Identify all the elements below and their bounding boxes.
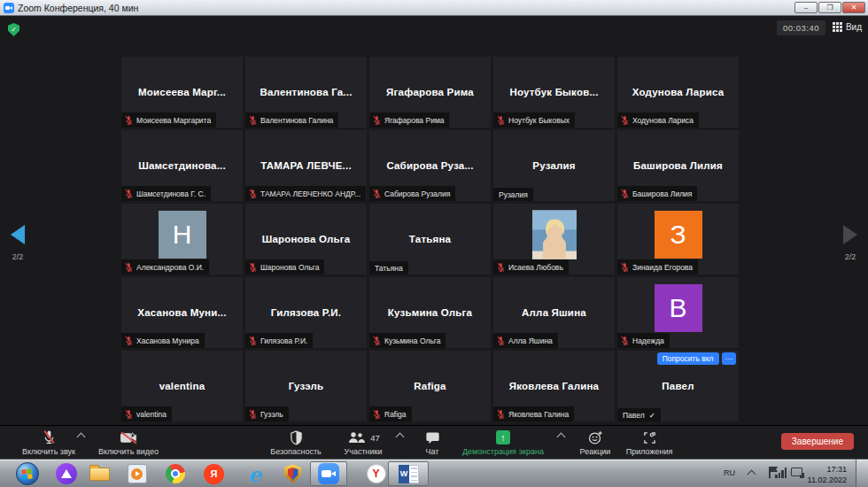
participant-tile[interactable]: Яковлева Галина Яковлева Галина [493, 351, 615, 421]
yandex-search-icon[interactable]: Y [364, 462, 388, 485]
participant-tile[interactable]: Рузалия Рузалия [493, 130, 615, 201]
participant-tile[interactable]: Ягафарова Рима Ягафарова Рима [369, 57, 491, 128]
window-titlebar[interactable]: Zoom Конференция, 40 мин – ❐ ✕ [0, 0, 868, 16]
encryption-shield-icon[interactable] [8, 23, 19, 36]
next-page-control[interactable]: 2/2 [843, 225, 857, 261]
minimize-button[interactable]: – [794, 2, 818, 13]
participant-tile[interactable]: Алла Яшина Алла Яшина [493, 277, 615, 348]
muted-mic-icon [496, 336, 506, 346]
previous-page-arrow-icon[interactable] [11, 225, 25, 244]
tray-date: 11.02.2022 [808, 475, 847, 486]
muted-mic-icon [124, 336, 134, 346]
apps-icon [643, 429, 656, 445]
participant-tile[interactable]: Гузэль Гузэль [245, 351, 367, 421]
end-meeting-button[interactable]: Завершение [781, 433, 854, 450]
participant-name-chip: Исаева Любовь [493, 259, 569, 274]
participant-tile[interactable]: Гилязова Р.И. Гилязова Р.И. [245, 277, 367, 348]
share-screen-icon: ↑ [496, 430, 510, 444]
participant-name-label: Ходунова Лариса [632, 116, 694, 125]
share-screen-button[interactable]: ↑ Демонстрация экрана [457, 429, 549, 456]
participant-name-label: Татьяна [375, 264, 403, 273]
participant-tile[interactable]: Татьяна Татьяна [369, 204, 491, 274]
participant-tile[interactable]: Моисеева Марг... Моисеева Маргарита [121, 57, 243, 128]
participant-tile[interactable]: В Надежда [617, 277, 739, 348]
participants-label: Участники [345, 447, 383, 456]
game-shield-icon[interactable] [281, 462, 305, 485]
next-page-arrow-icon[interactable] [843, 225, 857, 244]
participant-name-label: Хасанова Мунира [136, 336, 199, 345]
security-button[interactable]: Безопасность [264, 429, 328, 456]
meeting-toolbar: Включить звук Включить видео Безопасност… [0, 425, 868, 460]
tile-more-button[interactable]: ⋯ [722, 352, 737, 365]
participant-name-label: Гилязова Р.И. [260, 336, 307, 345]
participant-tile[interactable]: Rafiga Rafiga [369, 351, 491, 421]
reactions-button[interactable]: Реакции [574, 429, 616, 456]
participant-tile[interactable]: Сабирова Руза... Сабирова Рузалия [369, 130, 491, 201]
participant-tile[interactable]: Кузьмина Ольга Кузьмина Ольга [369, 277, 491, 348]
zoom-app-icon[interactable] [316, 462, 340, 485]
zoom-window-icon [4, 3, 14, 13]
participant-tile[interactable]: ТАМАРА ЛЕВЧЕ... ТАМАРА ЛЕВЧЕНКО АНДР... [245, 130, 367, 201]
internet-explorer-icon[interactable]: e [243, 462, 267, 485]
participant-tile[interactable]: Шамсетдинова... Шамсетдинова Г. С. [121, 130, 243, 201]
participant-name-chip: Надежда [617, 333, 670, 348]
participants-options-chevron-icon[interactable] [396, 433, 405, 442]
view-button[interactable]: Вид [833, 22, 862, 32]
participant-name-chip: Алла Яшина [493, 333, 558, 348]
close-button[interactable]: ✕ [842, 2, 865, 13]
participant-name-chip: Павел ✓ [617, 408, 661, 421]
participant-tile[interactable]: Хасанова Муни... Хасанова Мунира [121, 277, 243, 348]
participant-tile[interactable]: Шаронова Ольга Шаронова Ольга [245, 204, 367, 274]
participant-name-chip: valentina [121, 406, 172, 421]
ask-to-unmute-button[interactable]: Попросить вкл [657, 352, 719, 365]
file-explorer-icon[interactable] [88, 462, 112, 485]
yandex-alice-icon[interactable] [54, 462, 78, 485]
chat-button[interactable]: Чат [415, 429, 450, 456]
language-indicator[interactable]: RU [724, 468, 735, 477]
start-button[interactable] [15, 462, 39, 485]
muted-mic-icon [620, 336, 630, 346]
show-desktop-button[interactable] [856, 460, 868, 487]
meeting-timer: 00:03:40 [777, 20, 825, 35]
participant-name-chip: Ягафарова Рима [369, 112, 449, 128]
clock[interactable]: 17:31 11.02.2022 [808, 465, 847, 485]
word-app-icon[interactable]: W [397, 462, 421, 485]
reactions-icon [588, 429, 603, 445]
participants-count: 47 [370, 433, 380, 443]
participant-name-label: Зинаида Егорова [632, 263, 693, 272]
participant-name-label: Кузьмина Ольга [384, 336, 440, 345]
participant-tile[interactable]: Н Александрова О.И. [121, 204, 243, 274]
participant-name-label: Валентинова Галина [260, 116, 333, 125]
participant-tile[interactable]: Павел Павел ✓ Попросить вкл⋯ [617, 351, 739, 421]
action-center-flag-icon[interactable] [769, 467, 771, 478]
participant-tile[interactable]: Ноутбук Быков... Ноутбук Быковых [493, 57, 615, 128]
unmute-label: Включить звук [22, 447, 75, 456]
network-icon[interactable] [791, 468, 802, 476]
muted-mic-icon [496, 262, 506, 273]
signal-strength-icon[interactable] [775, 468, 787, 478]
meeting-content: 00:03:40 Вид 2/2 2/2 Моисеева Марг... Мо… [0, 16, 868, 459]
participant-tile[interactable]: З Зинаида Егорова [617, 204, 739, 274]
share-options-chevron-icon[interactable] [557, 433, 566, 442]
participant-tile[interactable]: Ходунова Лариса Ходунова Лариса [617, 57, 739, 128]
participant-name-label: Ягафарова Рима [384, 116, 444, 125]
zoom-meeting-window: Zoom Конференция, 40 мин – ❐ ✕ 00:03:40 … [0, 0, 868, 487]
unmute-button[interactable]: Включить звук [14, 429, 83, 456]
start-video-button[interactable]: Включить видео [90, 429, 167, 456]
participant-name-chip: ТАМАРА ЛЕВЧЕНКО АНДР... [245, 186, 366, 201]
participant-tile[interactable]: Валентинова Га... Валентинова Галина [245, 57, 367, 128]
restore-button[interactable]: ❐ [818, 2, 841, 13]
participant-name-chip: Сабирова Рузалия [369, 186, 455, 201]
participant-tile[interactable]: Баширова Лилия Баширова Лилия [617, 130, 739, 201]
previous-page-control[interactable]: 2/2 [11, 225, 25, 261]
media-player-icon[interactable] [125, 462, 149, 485]
participant-tile[interactable]: Исаева Любовь [493, 204, 615, 274]
apps-button[interactable]: Приложения [620, 429, 678, 456]
participant-name-label: Моисеева Маргарита [136, 116, 211, 125]
yandex-browser-icon[interactable]: Я [202, 462, 226, 485]
tray-expand-icon[interactable] [748, 470, 756, 479]
chrome-icon[interactable] [163, 462, 187, 485]
participant-name-chip: Хасанова Мунира [121, 333, 205, 348]
participant-tile[interactable]: valentina valentina [121, 351, 243, 421]
participants-button[interactable]: 47 Участники [335, 429, 391, 456]
